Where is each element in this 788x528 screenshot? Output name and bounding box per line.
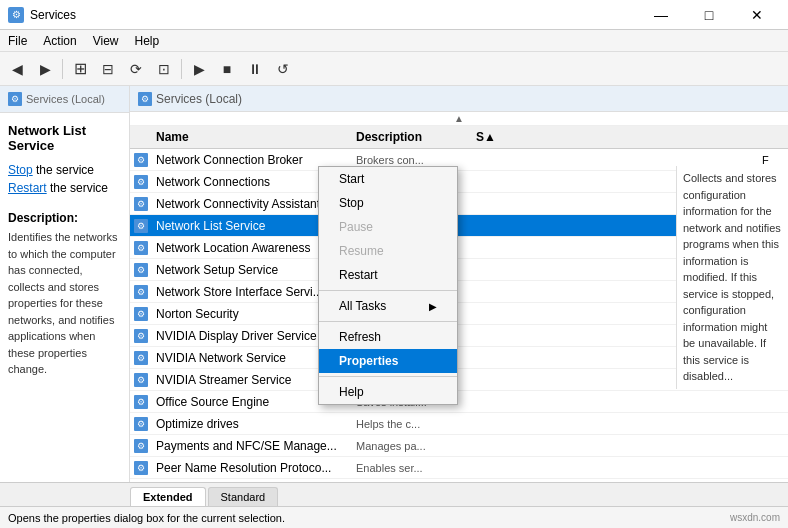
ctx-help[interactable]: Help bbox=[319, 380, 457, 404]
ctx-restart[interactable]: Restart bbox=[319, 263, 457, 287]
ctx-refresh[interactable]: Refresh bbox=[319, 325, 457, 349]
table-row[interactable]: Optimize drives Helps the c... bbox=[130, 413, 788, 435]
ctx-sep-2 bbox=[319, 321, 457, 322]
maximize-button[interactable]: □ bbox=[686, 0, 732, 30]
row-icon bbox=[130, 153, 152, 167]
brand-text: wsxdn.com bbox=[730, 512, 780, 523]
context-menu: Start Stop Pause Resume Restart All Task… bbox=[318, 166, 458, 405]
services-header-label: Services (Local) bbox=[156, 92, 242, 106]
col-name-header[interactable]: Name bbox=[152, 128, 352, 146]
stop-link[interactable]: Stop bbox=[8, 163, 33, 177]
ctx-pause: Pause bbox=[319, 215, 457, 239]
row-s bbox=[758, 444, 788, 448]
row-icon bbox=[130, 373, 152, 387]
right-panel: Services (Local) ▲ Name Description S▲ N… bbox=[130, 86, 788, 482]
row-s bbox=[758, 466, 788, 470]
selected-service-title: Network List Service bbox=[8, 123, 121, 153]
toolbar-export[interactable]: ⊡ bbox=[151, 56, 177, 82]
table-row[interactable]: Payments and NFC/SE Manage... Manages pa… bbox=[130, 435, 788, 457]
services-local-icon bbox=[8, 92, 22, 106]
row-icon bbox=[130, 329, 152, 343]
ctx-resume: Resume bbox=[319, 239, 457, 263]
minimize-button[interactable]: — bbox=[638, 0, 684, 30]
ctx-properties[interactable]: Properties bbox=[319, 349, 457, 373]
row-name: Peer Networking Grouping bbox=[152, 481, 352, 483]
title-bar-controls: — □ ✕ bbox=[638, 0, 780, 30]
menu-action[interactable]: Action bbox=[35, 32, 84, 50]
tab-extended[interactable]: Extended bbox=[130, 487, 206, 506]
close-button[interactable]: ✕ bbox=[734, 0, 780, 30]
col-icon-header bbox=[130, 128, 152, 146]
ctx-all-tasks[interactable]: All Tasks ▶ bbox=[319, 294, 457, 318]
row-name: Optimize drives bbox=[152, 415, 352, 433]
toolbar-show-hide[interactable]: ⊟ bbox=[95, 56, 121, 82]
row-name: Peer Name Resolution Protoco... bbox=[152, 459, 352, 477]
ctx-all-tasks-arrow: ▶ bbox=[429, 301, 437, 312]
tab-standard[interactable]: Standard bbox=[208, 487, 279, 506]
restart-link[interactable]: Restart bbox=[8, 181, 47, 195]
toolbar-stop[interactable]: ■ bbox=[214, 56, 240, 82]
title-bar: ⚙ Services — □ ✕ bbox=[0, 0, 788, 30]
description-text: Identifies the networks to which the com… bbox=[8, 229, 121, 378]
menu-file[interactable]: File bbox=[0, 32, 35, 50]
row-desc: Enables ser... bbox=[352, 460, 758, 476]
row-icon bbox=[130, 263, 152, 277]
table-row[interactable]: Office Source Engine Saves install... bbox=[130, 391, 788, 413]
row-icon bbox=[130, 461, 152, 475]
row-icon bbox=[130, 307, 152, 321]
title-bar-left: ⚙ Services bbox=[8, 7, 76, 23]
toolbar-refresh[interactable]: ⟳ bbox=[123, 56, 149, 82]
ctx-start[interactable]: Start bbox=[319, 167, 457, 191]
row-icon bbox=[130, 219, 152, 233]
left-panel: Services (Local) Network List Service St… bbox=[0, 86, 130, 482]
toolbar-forward[interactable]: ▶ bbox=[32, 56, 58, 82]
table-row[interactable]: Peer Networking Grouping Enables mul... bbox=[130, 479, 788, 482]
toolbar-back[interactable]: ◀ bbox=[4, 56, 30, 82]
row-icon bbox=[130, 395, 152, 409]
description-block: Description: Identifies the networks to … bbox=[8, 211, 121, 378]
row-desc: Manages pa... bbox=[352, 438, 758, 454]
menu-help[interactable]: Help bbox=[127, 32, 168, 50]
row-icon bbox=[130, 175, 152, 189]
stop-text: the service bbox=[33, 163, 94, 177]
toolbar-up[interactable]: ⊞ bbox=[67, 56, 93, 82]
toolbar-restart[interactable]: ↺ bbox=[270, 56, 296, 82]
row-name: Payments and NFC/SE Manage... bbox=[152, 437, 352, 455]
status-bar: Opens the properties dialog box for the … bbox=[0, 506, 788, 528]
col-s-header[interactable]: S▲ bbox=[472, 128, 502, 146]
restart-text: the service bbox=[47, 181, 108, 195]
toolbar-play[interactable]: ▶ bbox=[186, 56, 212, 82]
status-text: Opens the properties dialog box for the … bbox=[8, 512, 285, 524]
row-desc: Helps the c... bbox=[352, 416, 758, 432]
row-icon bbox=[130, 197, 152, 211]
services-header-icon bbox=[138, 92, 152, 106]
ctx-sep-1 bbox=[319, 290, 457, 291]
desc-side-panel: Collects and stores configuration inform… bbox=[676, 166, 788, 389]
row-s bbox=[758, 422, 788, 426]
row-icon bbox=[130, 417, 152, 431]
toolbar-pause[interactable]: ⏸ bbox=[242, 56, 268, 82]
left-panel-header: Services (Local) bbox=[0, 86, 129, 113]
col-desc-header[interactable]: Description bbox=[352, 128, 472, 146]
ctx-stop[interactable]: Stop bbox=[319, 191, 457, 215]
table-row[interactable]: Peer Name Resolution Protoco... Enables … bbox=[130, 457, 788, 479]
row-icon bbox=[130, 439, 152, 453]
row-icon bbox=[130, 241, 152, 255]
toolbar: ◀ ▶ ⊞ ⊟ ⟳ ⊡ ▶ ■ ⏸ ↺ bbox=[0, 52, 788, 86]
toolbar-sep-1 bbox=[62, 59, 63, 79]
scroll-up-indicator: ▲ bbox=[130, 112, 788, 126]
ctx-sep-3 bbox=[319, 376, 457, 377]
row-s bbox=[758, 400, 788, 404]
app-icon: ⚙ bbox=[8, 7, 24, 23]
row-icon bbox=[130, 351, 152, 365]
left-panel-content: Network List Service Stop the service Re… bbox=[0, 113, 129, 388]
window-title: Services bbox=[30, 8, 76, 22]
main-content: Services (Local) Network List Service St… bbox=[0, 86, 788, 482]
services-local-header: Services (Local) bbox=[130, 86, 788, 112]
menu-view[interactable]: View bbox=[85, 32, 127, 50]
table-header: Name Description S▲ bbox=[130, 126, 788, 149]
desc-side-text: Collects and stores configuration inform… bbox=[683, 172, 781, 382]
left-panel-header-label: Services (Local) bbox=[26, 93, 105, 105]
row-icon bbox=[130, 285, 152, 299]
menu-bar: File Action View Help bbox=[0, 30, 788, 52]
